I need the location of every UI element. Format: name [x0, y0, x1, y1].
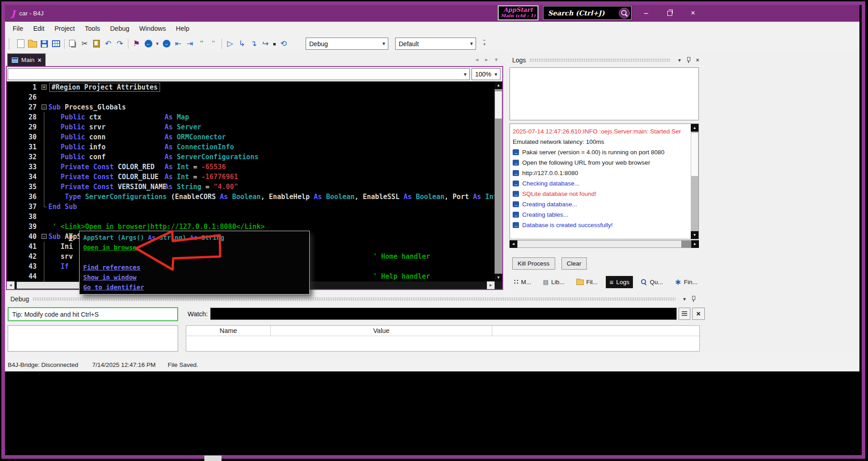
member-navigation-combo[interactable] [8, 68, 470, 80]
menu-help[interactable]: Help [171, 25, 194, 32]
code-text: Public confAs ServerConfigurations [48, 152, 495, 162]
tab-modules[interactable]: M... [510, 276, 535, 288]
logs-vscroll-thumb[interactable] [691, 133, 698, 176]
chevron-down-icon[interactable] [461, 72, 469, 77]
close-button[interactable]: × [681, 5, 705, 21]
bookmark-icon[interactable]: ⚑ [131, 38, 142, 50]
run-mode-combo[interactable]: Default [395, 38, 476, 50]
rebuild-icon[interactable]: ⟲ [278, 38, 289, 50]
fold-collapse-icon[interactable]: - [42, 234, 47, 239]
redo-icon[interactable]: ↷ [114, 38, 126, 50]
forward-icon[interactable]: → [160, 38, 172, 50]
watch-expression-input[interactable] [210, 308, 677, 320]
logs-hscroll-thumb[interactable] [518, 241, 681, 247]
line-number: 41 [7, 242, 40, 252]
menu-edit[interactable]: Edit [28, 25, 49, 32]
find-icon[interactable] [50, 38, 62, 50]
log-list[interactable]: 2025-07-14 12:47:26.610:INFO :oejs.Serve… [509, 124, 699, 239]
outdent-icon[interactable]: ⇤ [172, 38, 184, 50]
run-icon[interactable]: ▷ [224, 38, 236, 50]
scroll-down-icon[interactable] [495, 274, 502, 281]
scroll-right-icon[interactable] [487, 281, 495, 289]
tab-libraries[interactable]: Lib... [539, 276, 568, 288]
uncomment-icon[interactable]: '' [208, 38, 219, 50]
chevron-down-icon[interactable] [467, 41, 476, 46]
back-icon[interactable]: ← [142, 38, 154, 50]
step-into-icon[interactable]: ↳ [236, 38, 248, 50]
tab-files[interactable]: Fil... [573, 276, 602, 288]
search-box[interactable]: Search (Ctrl+J) [543, 6, 632, 20]
fold-expand-icon[interactable]: + [42, 85, 47, 90]
pin-icon[interactable] [690, 295, 697, 303]
fold-collapse-icon[interactable]: - [42, 105, 47, 109]
logs-horizontal-scrollbar[interactable] [509, 240, 699, 248]
scroll-left-icon[interactable] [7, 281, 14, 289]
chevron-down-icon[interactable] [380, 41, 388, 46]
editor-zoom-combo[interactable]: 100% [472, 68, 500, 80]
step-over-icon[interactable]: ↴ [248, 38, 259, 50]
minimize-button[interactable]: – [634, 5, 658, 21]
find-references-link[interactable]: Find references [83, 264, 140, 271]
open-in-browser-link[interactable]: Open in browser [83, 244, 140, 251]
editor-vscroll-thumb[interactable] [495, 91, 502, 119]
restore-icon [667, 11, 672, 16]
watch-column-name[interactable]: Name [186, 326, 271, 336]
tab-scroll-right-icon[interactable] [485, 56, 488, 63]
chevron-down-icon[interactable] [676, 57, 683, 64]
window-controls: –× [634, 5, 705, 21]
paste-icon[interactable] [90, 38, 102, 50]
quick-nav-box[interactable]: AppStart Main (ctd : 1) [498, 5, 538, 20]
menu-file[interactable]: File [8, 25, 28, 32]
scroll-up-icon[interactable] [495, 81, 502, 89]
undo-icon[interactable]: ↶ [102, 38, 114, 50]
close-icon[interactable] [694, 57, 701, 64]
watch-report-button[interactable] [679, 308, 690, 320]
indent-icon[interactable]: ⇥ [184, 38, 196, 50]
tab-find-references[interactable]: Fin... [671, 275, 701, 289]
new-file-icon[interactable] [15, 38, 27, 50]
scroll-down-icon[interactable] [691, 231, 698, 239]
kill-process-button[interactable]: Kill Process [512, 257, 555, 270]
editor-vertical-scrollbar[interactable] [495, 81, 502, 281]
build-configuration-combo[interactable]: Debug [306, 38, 388, 50]
tab-list-dropdown-icon[interactable] [495, 56, 498, 63]
save-icon[interactable] [38, 38, 50, 50]
menu-debug[interactable]: Debug [105, 25, 134, 32]
nav-history-dropdown-icon[interactable]: ▾ [154, 38, 160, 50]
scroll-right-icon[interactable] [691, 240, 699, 248]
logs-filter-box[interactable] [509, 67, 699, 120]
tab-quick-search[interactable]: Qu... [637, 276, 666, 288]
search-icon[interactable] [619, 8, 630, 19]
chevron-down-icon[interactable] [492, 72, 500, 77]
logs-vertical-scrollbar[interactable] [691, 124, 698, 239]
menu-windows[interactable]: Windows [134, 25, 171, 32]
tab-close-icon[interactable]: × [38, 57, 41, 64]
pin-icon[interactable] [685, 57, 692, 64]
menu-tools[interactable]: Tools [80, 25, 105, 32]
clear-watch-button[interactable] [692, 308, 705, 320]
open-file-icon[interactable] [27, 38, 38, 50]
code-line-27: 27-Sub Process_Globals [7, 102, 495, 112]
tab-logs[interactable]: Logs [606, 276, 633, 288]
watch-column-value[interactable]: Value [271, 326, 492, 336]
toolbar-overflow-icon[interactable] [483, 40, 486, 48]
tab-scroll-left-icon[interactable] [475, 56, 478, 63]
comment-icon[interactable]: '' [196, 38, 208, 50]
toolbar-icons: ✂↶↷⚑←▾→⇤⇥''''▷↳↴↪■⟲ [15, 38, 289, 50]
cut-icon[interactable]: ✂ [79, 38, 90, 50]
code-text: Public infoAs ConnectionInfo [48, 142, 495, 152]
run-mode-value: Default [396, 40, 467, 48]
scroll-left-icon[interactable] [509, 240, 517, 248]
step-out-icon[interactable]: ↪ [259, 38, 271, 50]
tab-main[interactable]: Main × [7, 53, 46, 66]
copy-icon[interactable] [67, 38, 79, 50]
menu-project[interactable]: Project [49, 25, 80, 32]
stop-icon[interactable]: ■ [271, 38, 278, 50]
window-title: car - B4J [19, 10, 44, 17]
chevron-down-icon[interactable] [681, 295, 688, 303]
go-to-identifier-link[interactable]: Go to identifier [83, 284, 144, 291]
show-in-window-link[interactable]: Show in window [83, 274, 137, 281]
maximize-button[interactable] [658, 5, 681, 21]
clear-logs-button[interactable]: Clear [561, 257, 587, 270]
scroll-up-icon[interactable] [691, 124, 698, 132]
